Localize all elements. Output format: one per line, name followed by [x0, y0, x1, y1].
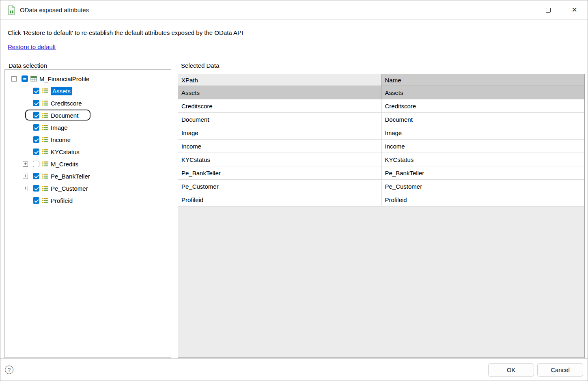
attribute-icon: [42, 112, 48, 118]
attribute-icon: [42, 124, 48, 131]
help-icon[interactable]: ?: [5, 366, 13, 374]
entity-table-icon: [30, 75, 37, 82]
tree-item-root[interactable]: − M_FinancialProfile: [5, 73, 171, 85]
item-checkbox[interactable]: [33, 185, 39, 192]
cell-xpath[interactable]: Income: [178, 140, 381, 153]
item-checkbox[interactable]: [33, 197, 39, 204]
attribute-icon: [42, 161, 48, 167]
attribute-icon: [42, 88, 48, 94]
selected-data-table: XPathName AssetsAssetsCreditscoreCredits…: [178, 74, 585, 358]
tree-item-profileid[interactable]: Profileid: [5, 194, 171, 207]
collapse-icon[interactable]: −: [11, 76, 17, 82]
tree-item-document[interactable]: Document: [5, 109, 171, 121]
root-checkbox[interactable]: [22, 75, 28, 82]
tree-item-label[interactable]: M_Credits: [51, 161, 78, 168]
cell-xpath[interactable]: Assets: [178, 86, 381, 99]
footer-bar: ? OK Cancel: [0, 358, 588, 381]
column-header-name[interactable]: Name: [381, 74, 585, 86]
close-icon: ✕: [571, 6, 577, 13]
expand-icon[interactable]: +: [23, 186, 28, 191]
cell-xpath[interactable]: Document: [178, 113, 381, 126]
attribute-icon: [42, 197, 48, 204]
restore-to-default-link[interactable]: Restore to default: [8, 43, 56, 50]
cell-name[interactable]: Pe_BankTeller: [381, 166, 585, 179]
cell-xpath[interactable]: Profileid: [178, 193, 381, 206]
table-row[interactable]: ProfileidProfileid: [178, 193, 584, 207]
attribute-icon: [42, 185, 48, 192]
cell-name[interactable]: Income: [381, 140, 585, 153]
cell-xpath[interactable]: Creditscore: [178, 99, 381, 112]
window-title: OData exposed attributes: [20, 6, 89, 13]
tree-item-label[interactable]: Assets: [51, 87, 72, 95]
tree-item-kycstatus[interactable]: KYCstatus: [5, 146, 171, 158]
item-checkbox[interactable]: [33, 100, 39, 106]
item-checkbox[interactable]: [33, 149, 39, 155]
table-header: XPathName: [178, 74, 584, 86]
tree-item-creditscore[interactable]: Creditscore: [5, 97, 171, 109]
item-checkbox[interactable]: [33, 124, 39, 131]
tree-item-label[interactable]: Pe_BankTeller: [51, 173, 90, 180]
cancel-button[interactable]: Cancel: [537, 363, 583, 377]
tree-item-label[interactable]: Pe_Customer: [51, 185, 88, 192]
maximize-icon: [546, 8, 551, 13]
tree-item-label[interactable]: KYCstatus: [51, 149, 80, 155]
tree-item-label: M_FinancialProfile: [39, 75, 89, 82]
item-checkbox[interactable]: [33, 88, 39, 94]
table-row[interactable]: Pe_CustomerPe_Customer: [178, 180, 584, 193]
item-checkbox[interactable]: [33, 161, 39, 167]
table-row[interactable]: ImageImage: [178, 126, 584, 140]
minimize-button[interactable]: [508, 0, 535, 19]
tree-item-pe_bankteller[interactable]: +Pe_BankTeller: [5, 170, 171, 182]
item-checkbox[interactable]: [33, 173, 39, 179]
attribute-icon: [42, 100, 48, 106]
cell-name[interactable]: KYCstatus: [381, 153, 585, 166]
table-body: AssetsAssetsCreditscoreCreditscoreDocume…: [178, 86, 584, 207]
instruction-text: Click 'Restore to default' to re-establi…: [8, 29, 243, 36]
table-row[interactable]: AssetsAssets: [178, 86, 584, 99]
dialog-icon: [7, 5, 15, 15]
tree-children: AssetsCreditscoreDocumentImageIncomeKYCs…: [5, 85, 171, 207]
footer-buttons: OK Cancel: [488, 363, 583, 377]
cell-name[interactable]: Assets: [381, 86, 585, 99]
selected-data-legend: Selected Data: [181, 62, 219, 69]
window-controls: ✕: [508, 0, 588, 19]
attribute-icon: [42, 173, 48, 179]
cell-name[interactable]: Pe_Customer: [381, 180, 585, 193]
column-header-xpath[interactable]: XPath: [178, 74, 381, 86]
ok-button[interactable]: OK: [488, 363, 534, 377]
tree-item-label[interactable]: Creditscore: [51, 100, 82, 107]
cell-xpath[interactable]: Pe_Customer: [178, 180, 381, 193]
tree-item-pe_customer[interactable]: +Pe_Customer: [5, 182, 171, 194]
tree-item-income[interactable]: Income: [5, 133, 171, 146]
cell-xpath[interactable]: KYCstatus: [178, 153, 381, 166]
table-row[interactable]: CreditscoreCreditscore: [178, 99, 584, 113]
expand-icon[interactable]: +: [23, 174, 28, 179]
table-row[interactable]: KYCstatusKYCstatus: [178, 153, 584, 166]
tree-item-label[interactable]: Income: [51, 136, 71, 143]
tree-item-image[interactable]: Image: [5, 121, 171, 133]
data-selection-tree: − M_FinancialProfile AssetsCreditscoreDo…: [4, 69, 171, 358]
item-checkbox[interactable]: [33, 136, 39, 143]
table-row[interactable]: DocumentDocument: [178, 113, 584, 126]
table-row[interactable]: IncomeIncome: [178, 140, 584, 153]
table-row[interactable]: Pe_BankTellerPe_BankTeller: [178, 166, 584, 180]
tree-item-label[interactable]: Image: [51, 124, 68, 131]
dialog-window: OData exposed attributes ✕ Click 'Restor…: [0, 0, 588, 381]
attribute-icon: [42, 136, 48, 143]
tree-item-label[interactable]: Document: [51, 112, 78, 119]
tree-item-assets[interactable]: Assets: [5, 85, 171, 97]
maximize-button[interactable]: [535, 0, 561, 19]
tree-item-m_credits[interactable]: +M_Credits: [5, 158, 171, 170]
cell-name[interactable]: Document: [381, 113, 585, 126]
attribute-icon: [42, 149, 48, 155]
tree-item-label[interactable]: Profileid: [51, 197, 73, 204]
expand-icon[interactable]: +: [23, 161, 28, 167]
close-button[interactable]: ✕: [561, 0, 588, 19]
cell-name[interactable]: Image: [381, 126, 585, 139]
cell-xpath[interactable]: Image: [178, 126, 381, 139]
cell-xpath[interactable]: Pe_BankTeller: [178, 166, 381, 179]
cell-name[interactable]: Profileid: [381, 193, 585, 206]
item-checkbox[interactable]: [33, 112, 39, 118]
cell-name[interactable]: Creditscore: [381, 99, 585, 112]
minimize-icon: [519, 10, 524, 11]
